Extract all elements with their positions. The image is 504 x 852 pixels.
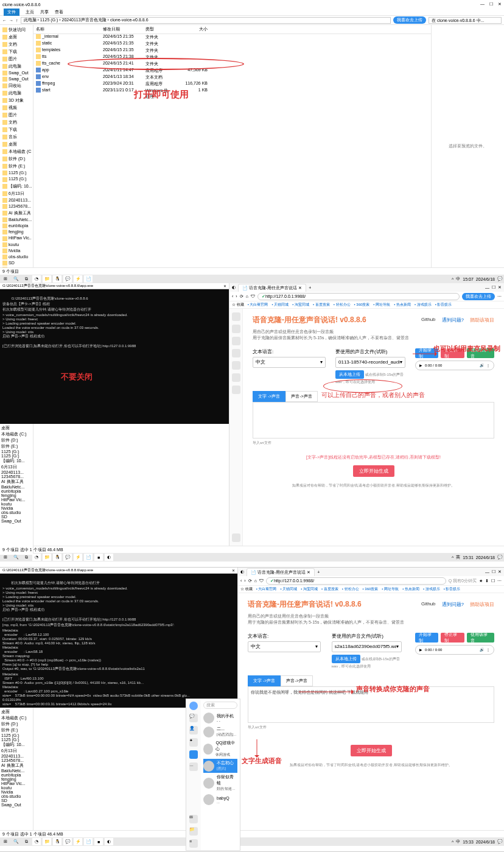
chat-item[interactable]: 不忘初心[图片] (203, 759, 237, 773)
col-size[interactable]: 大小 (173, 26, 210, 32)
bookmark-link[interactable]: • 游戏娱乐 (415, 302, 432, 308)
stop-record-button[interactable]: 停止录制 (441, 348, 464, 358)
tree-item[interactable]: 软件 (E:) (1, 443, 32, 449)
tree-item[interactable]: 12345678... (1, 758, 32, 762)
tree-item[interactable]: obs-studio (1, 254, 32, 260)
minimize-icon[interactable]: — (485, 570, 489, 574)
tree-item[interactable]: BaiduNetc... (1, 217, 32, 223)
tree-item[interactable]: 6月13日 (1, 464, 32, 470)
folder-icon[interactable]: 📁 (189, 827, 198, 836)
menu-icon[interactable]: ⋮ (486, 647, 490, 652)
close-icon[interactable]: ✕ (498, 2, 502, 7)
home-icon[interactable]: ⌂ (246, 294, 248, 298)
back-icon[interactable]: ← (2, 18, 7, 23)
stop-record-button[interactable]: 停止录制 (441, 633, 464, 643)
tree-item[interactable]: fengjing (1, 493, 32, 498)
search-hint[interactable]: Q 我有0分钟买 (449, 578, 477, 584)
app-icon[interactable]: ◔ (32, 554, 41, 561)
ribbon-home[interactable]: 主页 (26, 9, 34, 15)
file-row[interactable]: ffmpeg2023/9/24 20:31应用程序116,726 KB (33, 81, 431, 88)
bookmark-link[interactable]: • 百度搜索 (321, 586, 338, 592)
sidebar-icon[interactable] (232, 386, 240, 394)
lang-select[interactable]: 中文▾ (248, 641, 321, 652)
app-icon[interactable]: 🐧 (53, 554, 61, 561)
app-icon[interactable]: 💬 (63, 838, 72, 845)
tree-item[interactable]: 视频 (1, 104, 32, 111)
tree-item[interactable]: 软件 (D:) (1, 721, 32, 727)
search-icon[interactable]: 🔍 (12, 838, 20, 845)
qq-window[interactable]: 💬 👤 ✦ … ✉ 📁 ≡ 搜索 我的手机- -二...[动态消息]...QQ游… (186, 699, 240, 851)
cmd-icon[interactable]: ■ (94, 554, 103, 561)
search-input[interactable]: 在 clone-voice-v0.8.8.6 中... (429, 17, 502, 24)
close-icon[interactable]: ✕ (232, 568, 235, 572)
file-row[interactable]: env2024/1/13 18:34文本文档 (33, 74, 431, 81)
ribbon-view[interactable]: 查看 (55, 9, 63, 15)
avatar[interactable] (189, 702, 198, 710)
url-bar[interactable]: ✔ http://127.0.0.1:9988/ (257, 293, 460, 300)
menu-icon[interactable]: ⋮ (486, 363, 490, 367)
task-view-icon[interactable]: ⧉ (22, 554, 30, 561)
file-row[interactable]: tts_cache2024/6/15 21:41文件夹 (33, 61, 431, 68)
refresh-icon[interactable] (232, 533, 240, 542)
notification-icon[interactable]: 💬 (497, 555, 503, 560)
search-icon[interactable]: 🔍 (12, 554, 20, 561)
lang-select[interactable]: 中文▾ (253, 357, 326, 368)
app-icon[interactable]: 📁 (43, 554, 51, 561)
clock-time[interactable]: 15:31 (463, 555, 474, 560)
close-icon[interactable]: ✕ (223, 284, 226, 288)
tree-item[interactable]: 此电脑 (1, 63, 32, 70)
github-link[interactable]: Github (421, 601, 436, 608)
home-icon[interactable]: ⌂ (254, 579, 257, 583)
tree-item[interactable]: 1125 (G:) (1, 176, 32, 182)
bookmark-bar[interactable]: ☆ 收藏• 大白菜官网• 天猫同城• 淘宝同城• 百度搜索• 轻松办公• 360… (238, 586, 504, 593)
minimize-icon[interactable]: — (485, 286, 489, 290)
use-record-button[interactable]: 使用该录音 (467, 348, 494, 358)
use-record-button[interactable]: 使用该录音 (467, 633, 494, 643)
tree-item[interactable]: Nvidia (1, 506, 32, 510)
tab-voice-to-voice[interactable]: 声音->声音 (285, 391, 317, 402)
cmd-icon[interactable]: ■ (94, 838, 103, 845)
tree-item[interactable]: koutu (1, 242, 32, 248)
tree-item[interactable]: 回收站 (1, 82, 32, 90)
tree-item[interactable]: obs-studio (1, 510, 32, 515)
mail-icon[interactable]: ✉ (189, 815, 198, 823)
chat-item[interactable]: QQ游戏中心休闲游戏 (203, 739, 237, 759)
maximize-icon[interactable]: ☐ (492, 285, 495, 290)
tree-item[interactable]: 【编码: 10... (1, 183, 32, 190)
tree-item[interactable]: 音乐 (1, 133, 32, 141)
donate-link[interactable]: 捐助该项目 (470, 601, 494, 608)
reload-icon[interactable]: ⟳ (248, 579, 252, 583)
sidebar-icon[interactable] (232, 325, 240, 333)
maximize-icon[interactable]: ☐ (489, 2, 493, 7)
tree-item[interactable]: 本地磁盘 (C:) (1, 148, 32, 155)
file-row[interactable]: _internal2024/6/15 21:35文件夹 (33, 34, 431, 41)
qq-search[interactable]: 搜索 (203, 702, 237, 709)
app-icon[interactable]: 💬 (63, 554, 72, 561)
bookmark-link[interactable]: • 天猫同城 (271, 302, 289, 308)
bookmark-link[interactable]: • 轻松办公 (334, 302, 351, 308)
qq-sidebar[interactable]: 💬 👤 ✦ … ✉ 📁 ≡ (186, 699, 201, 850)
bookmark-link[interactable]: • 淘宝同城 (301, 586, 318, 592)
explorer-icon[interactable]: 📁 (43, 275, 51, 283)
app-icon[interactable]: 🐧 (53, 275, 61, 283)
start-record-button[interactable]: 开始录制 (415, 348, 438, 358)
tree-item[interactable]: Swap_Out (1, 266, 32, 267)
taskbar[interactable]: ⊞ 🔍 ⧉ ◔ 📁 🐧 💬 ⚡ 📄 ^ 中 15:07 2024/6/18 💬 (0, 275, 504, 283)
tree-item[interactable]: koutu (1, 786, 32, 790)
url-bar[interactable]: ✔ http://127.0.0.1:9988/ (266, 577, 446, 585)
play-icon[interactable]: ▶ (419, 363, 422, 367)
bookmark-link[interactable]: • 轻松办公 (342, 586, 359, 592)
ime-indicator[interactable]: 中 (456, 839, 460, 845)
file-row[interactable]: static2024/6/15 21:35文件夹 (33, 41, 431, 48)
tree-item[interactable]: Nvidia (1, 248, 32, 254)
tree-item[interactable]: 图片 (1, 111, 32, 119)
github-link[interactable]: Github (421, 317, 436, 323)
tree-item[interactable]: 1125 (G:) (1, 733, 32, 738)
tree-item[interactable]: BaiduNetc... (1, 485, 32, 489)
app-icon[interactable]: 💬 (63, 275, 72, 283)
tree-item[interactable]: 桌面 (1, 709, 32, 715)
ime-indicator[interactable]: 中 (456, 276, 460, 282)
task-view-icon[interactable]: ⧉ (22, 838, 30, 845)
audio-player[interactable]: ▶0:00 / 0:00🔊⋮ (415, 645, 494, 655)
chat-item[interactable]: babyQ... (203, 793, 237, 806)
